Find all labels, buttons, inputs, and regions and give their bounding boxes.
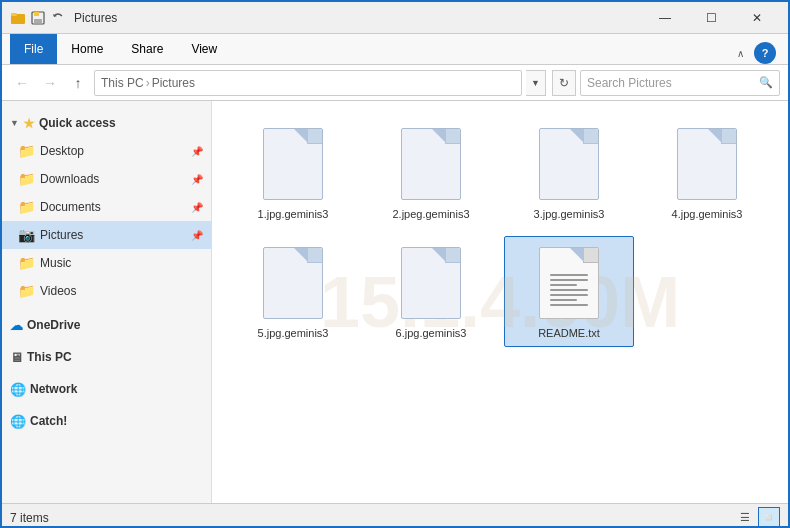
text-line-5 [550,294,588,296]
pin-icon-desktop: 📌 [191,146,203,157]
onedrive-item[interactable]: ☁ OneDrive [2,311,211,339]
tab-home[interactable]: Home [57,34,117,64]
catch-item[interactable]: 🌐 Catch! [2,407,211,435]
search-box[interactable]: Search Pictures 🔍 [580,70,780,96]
close-button[interactable]: ✕ [734,2,780,34]
file-icon-4 [677,128,737,200]
collapse-ribbon-button[interactable]: ∧ [730,43,750,63]
file-content: 15.1.4.60M 1.jpg.geminis3 2.jpeg.geminis… [212,101,788,503]
file-icon-6 [401,247,461,319]
file-item-5[interactable]: 5.jpg.geminis3 [228,236,358,347]
list-view-button[interactable]: ☰ [734,507,756,529]
tab-file[interactable]: File [10,34,57,64]
quick-access-star: ★ [23,116,35,131]
pictures-folder-icon: 📷 [18,227,34,243]
sidebar-label-downloads: Downloads [40,172,99,186]
search-placeholder: Search Pictures [587,76,672,90]
maximize-button[interactable]: ☐ [688,2,734,34]
path-pictures: Pictures [152,76,195,90]
quick-access-chevron: ▼ [10,118,19,128]
text-line-1 [550,274,588,276]
address-dropdown-button[interactable]: ▼ [526,70,546,96]
help-button[interactable]: ? [754,42,776,64]
text-lines [550,274,588,306]
sidebar-label-desktop: Desktop [40,144,84,158]
save-icon[interactable] [30,10,46,26]
sidebar-label-music: Music [40,256,71,270]
videos-folder-icon: 📁 [18,283,34,299]
file-item-7[interactable]: README.txt [504,236,634,347]
window-controls: — ☐ ✕ [642,2,780,34]
desktop-folder-icon: 📁 [18,143,34,159]
file-icon-container-2 [395,124,467,204]
grid-view-button[interactable]: ◽ [758,507,780,529]
file-item-6[interactable]: 6.jpg.geminis3 [366,236,496,347]
sidebar-label-network: Network [30,382,77,396]
refresh-button[interactable]: ↻ [552,70,576,96]
file-item-3[interactable]: 3.jpg.geminis3 [504,117,634,228]
item-count: 7 items [10,511,49,525]
sidebar-label-onedrive: OneDrive [27,318,80,332]
svg-rect-3 [34,12,39,16]
onedrive-icon: ☁ [10,318,23,333]
documents-folder-icon: 📁 [18,199,34,215]
status-bar: 7 items ☰ ◽ [2,503,788,528]
file-name-4: 4.jpg.geminis3 [672,208,743,221]
text-line-3 [550,284,577,286]
pin-icon-downloads: 📌 [191,174,203,185]
file-icon-5 [263,247,323,319]
search-icon: 🔍 [759,76,773,89]
address-bar: ← → ↑ This PC › Pictures ▼ ↻ Search Pict… [2,65,788,101]
file-name-7: README.txt [538,327,600,340]
address-path[interactable]: This PC › Pictures [94,70,522,96]
sidebar-item-videos[interactable]: 📁 Videos [2,277,211,305]
view-icons: ☰ ◽ [734,507,780,529]
text-line-7 [550,304,588,306]
file-item-2[interactable]: 2.jpeg.geminis3 [366,117,496,228]
file-icon-container-3 [533,124,605,204]
network-icon: 🌐 [10,382,26,397]
file-icon-container-4 [671,124,743,204]
back-button[interactable]: ← [10,71,34,95]
main-area: ▼ ★ Quick access 📁 Desktop 📌 📁 Downloads… [2,101,788,503]
catch-icon: 🌐 [10,414,26,429]
file-item-4[interactable]: 4.jpg.geminis3 [642,117,772,228]
text-line-6 [550,299,577,301]
file-icon-1 [263,128,323,200]
music-folder-icon: 📁 [18,255,34,271]
sidebar-label-catch: Catch! [30,414,67,428]
folder-icon [10,10,26,26]
network-item[interactable]: 🌐 Network [2,375,211,403]
file-icon-2 [401,128,461,200]
file-icon-container-6 [395,243,467,323]
tab-view[interactable]: View [177,34,231,64]
sidebar-label-pictures: Pictures [40,228,83,242]
file-icon-container-5 [257,243,329,323]
tab-share[interactable]: Share [117,34,177,64]
forward-button[interactable]: → [38,71,62,95]
file-icon-7 [539,247,599,319]
up-button[interactable]: ↑ [66,71,90,95]
ribbon-right: ∧ ? [730,42,780,64]
path-this-pc: This PC [101,76,144,90]
sidebar-item-documents[interactable]: 📁 Documents 📌 [2,193,211,221]
file-name-3: 3.jpg.geminis3 [534,208,605,221]
window-title: Pictures [74,11,642,25]
text-line-2 [550,279,588,281]
sidebar-item-pictures[interactable]: 📷 Pictures 📌 [2,221,211,249]
svg-rect-4 [34,19,42,23]
quick-access-header[interactable]: ▼ ★ Quick access [2,109,211,137]
svg-rect-1 [11,13,17,16]
title-bar: Pictures — ☐ ✕ [2,2,788,34]
sidebar-item-desktop[interactable]: 📁 Desktop 📌 [2,137,211,165]
thispc-icon: 🖥 [10,350,23,365]
minimize-button[interactable]: — [642,2,688,34]
sidebar-item-music[interactable]: 📁 Music [2,249,211,277]
sidebar-label-videos: Videos [40,284,76,298]
undo-icon[interactable] [50,10,66,26]
file-item-1[interactable]: 1.jpg.geminis3 [228,117,358,228]
title-bar-toolbar [10,10,66,26]
thispc-item[interactable]: 🖥 This PC [2,343,211,371]
file-name-1: 1.jpg.geminis3 [258,208,329,221]
sidebar-item-downloads[interactable]: 📁 Downloads 📌 [2,165,211,193]
